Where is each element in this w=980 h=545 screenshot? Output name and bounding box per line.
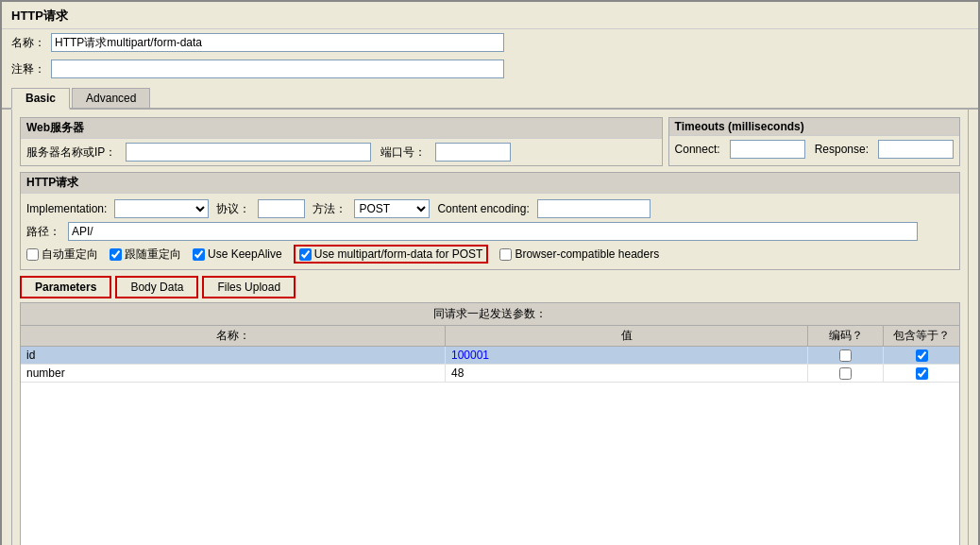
name-label: 名称： [11, 35, 45, 51]
protocol-label: 协议： [216, 201, 250, 217]
follow-redirect-checkbox-label[interactable]: 跟随重定向 [110, 247, 181, 263]
subtab-body-data[interactable]: Body Data [115, 276, 198, 298]
content-encoding-input[interactable] [537, 199, 651, 218]
path-row: 路径： [26, 222, 954, 241]
follow-redirect-label: 跟随重定向 [125, 247, 181, 263]
http-request-title: HTTP请求 [21, 173, 959, 194]
tabs-bar: Basic Advanced [2, 82, 978, 110]
timeouts-body: Connect: Response: [669, 136, 959, 162]
params-title: 同请求一起发送参数： [21, 303, 959, 326]
row1-name: id [21, 347, 446, 364]
comment-label: 注释： [11, 61, 45, 77]
row2-include-checkbox[interactable] [916, 367, 928, 380]
http-impl-row: Implementation: 协议： 方法： POST GET Content… [26, 199, 954, 218]
subtab-files-upload[interactable]: Files Upload [202, 276, 296, 298]
keep-alive-label: Use KeepAlive [208, 247, 282, 261]
auto-redirect-checkbox[interactable] [26, 248, 39, 261]
auto-redirect-checkbox-label[interactable]: 自动重定向 [26, 247, 98, 263]
params-table-section: 同请求一起发送参数： 名称： 值 编码？ 包含等于？ id 100001 [20, 302, 960, 545]
timeouts-section: Timeouts (milliseconds) Connect: Respons… [668, 117, 960, 166]
row1-encoded-checkbox[interactable] [839, 349, 852, 362]
main-panel: Web服务器 服务器名称或IP： 端口号： Timeouts (millisec… [11, 110, 969, 545]
name-row: 名称： [2, 29, 978, 56]
server-input[interactable] [126, 143, 371, 162]
content-encoding-label: Content encoding: [437, 202, 529, 215]
row1-include-checkbox[interactable] [916, 349, 928, 362]
implementation-select[interactable] [114, 199, 209, 218]
comment-input[interactable] [51, 60, 504, 78]
multipart-checkbox-wrapper: Use multipart/form-data for POST [294, 245, 489, 264]
row2-name: number [21, 365, 446, 382]
keep-alive-checkbox[interactable] [193, 248, 205, 261]
tab-advanced[interactable]: Advanced [72, 88, 150, 108]
implementation-label: Implementation: [26, 202, 107, 215]
params-empty-area [21, 383, 959, 545]
web-server-title: Web服务器 [21, 118, 662, 139]
main-window: HTTP请求 名称： 注释： Basic Advanced Web服务器 服务器… [0, 0, 980, 545]
web-server-section: Web服务器 服务器名称或IP： 端口号： [20, 117, 663, 166]
path-label: 路径： [26, 224, 60, 240]
server-label: 服务器名称或IP： [26, 145, 116, 161]
subtab-parameters[interactable]: Parameters [20, 276, 111, 298]
row2-encoded-checkbox[interactable] [839, 367, 852, 380]
port-input[interactable] [435, 143, 511, 162]
table-row[interactable]: id 100001 [21, 347, 959, 365]
comment-row: 注释： [2, 56, 978, 82]
browser-compat-checkbox-label[interactable]: Browser-compatible headers [499, 247, 659, 261]
timeouts-title: Timeouts (milliseconds) [669, 118, 959, 136]
checkbox-row: 自动重定向 跟随重定向 Use KeepAlive Use multipart/… [26, 245, 954, 264]
row2-value: 48 [446, 365, 808, 382]
multipart-checkbox[interactable] [299, 248, 312, 261]
port-label: 端口号： [380, 145, 426, 161]
row1-include [884, 347, 959, 364]
table-row[interactable]: number 48 [21, 365, 959, 383]
header-value: 值 [446, 326, 808, 346]
name-input[interactable] [51, 33, 504, 52]
keep-alive-checkbox-label[interactable]: Use KeepAlive [193, 247, 282, 261]
row1-value: 100001 [446, 347, 808, 364]
header-encoded: 编码？ [808, 326, 884, 346]
tab-basic[interactable]: Basic [11, 88, 70, 110]
auto-redirect-label: 自动重定向 [42, 247, 98, 263]
window-title: HTTP请求 [2, 2, 978, 29]
row2-encoded [808, 365, 884, 382]
multipart-label: Use multipart/form-data for POST [314, 247, 483, 261]
path-input[interactable] [68, 222, 918, 241]
web-server-body: 服务器名称或IP： 端口号： [21, 139, 662, 165]
connect-label: Connect: [675, 143, 720, 156]
http-request-section: HTTP请求 Implementation: 协议： 方法： POST GET … [20, 172, 960, 270]
subtabs-bar: Parameters Body Data Files Upload [20, 276, 960, 298]
row2-include [884, 365, 959, 382]
row1-encoded [808, 347, 884, 364]
protocol-input[interactable] [258, 199, 305, 218]
connect-input[interactable] [730, 140, 805, 159]
header-name: 名称： [21, 326, 446, 346]
browser-compat-checkbox[interactable] [499, 248, 512, 261]
response-label: Response: [815, 143, 869, 156]
follow-redirect-checkbox[interactable] [110, 248, 122, 261]
header-include: 包含等于？ [884, 326, 959, 346]
browser-compat-label: Browser-compatible headers [515, 247, 659, 261]
params-header: 名称： 值 编码？ 包含等于？ [21, 326, 959, 347]
response-input[interactable] [878, 140, 954, 159]
method-select[interactable]: POST GET [354, 199, 430, 218]
method-label: 方法： [313, 201, 346, 217]
